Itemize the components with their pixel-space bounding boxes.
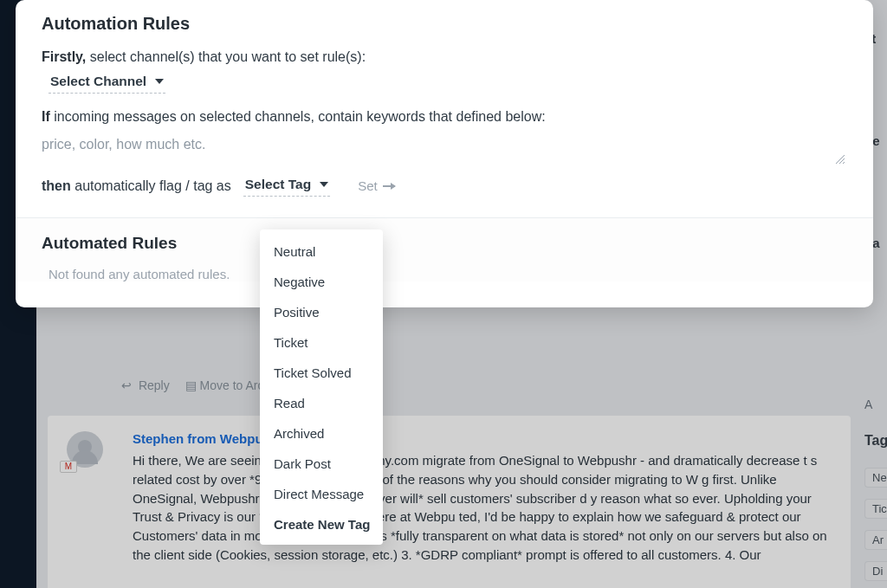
set-button[interactable]: Set <box>342 178 395 193</box>
automation-rules-modal: Automation Rules Firstly, select channel… <box>16 0 873 307</box>
tag-option[interactable]: Archived <box>260 418 383 449</box>
tag-dropdown-menu: NeutralNegativePositiveTicketTicket Solv… <box>260 229 383 545</box>
chevron-down-icon <box>155 79 164 84</box>
arrow-right-icon <box>383 185 395 187</box>
tag-option[interactable]: Read <box>260 388 383 418</box>
tag-option[interactable]: Positive <box>260 297 383 327</box>
tag-option[interactable]: Neutral <box>260 236 383 267</box>
tag-option[interactable]: Dark Post <box>260 449 383 479</box>
tag-option[interactable]: Negative <box>260 267 383 297</box>
then-line: then automatically flag / tag as Select … <box>42 175 847 197</box>
keywords-input[interactable] <box>42 132 847 161</box>
tag-option[interactable]: Ticket <box>260 327 383 358</box>
tag-option[interactable]: Direct Message <box>260 479 383 509</box>
chevron-down-icon <box>320 182 328 187</box>
modal-title: Automation Rules <box>42 14 847 34</box>
select-channel-label: Select Channel <box>50 74 146 89</box>
if-line: If incoming messages on selected channel… <box>42 109 847 125</box>
empty-state-text: Not found any automated rules. <box>42 267 847 281</box>
automated-rules-title: Automated Rules <box>42 234 847 253</box>
select-tag-dropdown[interactable]: Select Tag <box>243 175 330 197</box>
create-new-tag-option[interactable]: Create New Tag <box>260 509 383 540</box>
firstly-line: Firstly, select channel(s) that you want… <box>42 49 847 65</box>
select-channel-dropdown[interactable]: Select Channel <box>49 72 165 94</box>
tag-option[interactable]: Ticket Solved <box>260 358 383 388</box>
select-tag-label: Select Tag <box>245 177 311 192</box>
set-label: Set <box>358 178 378 193</box>
